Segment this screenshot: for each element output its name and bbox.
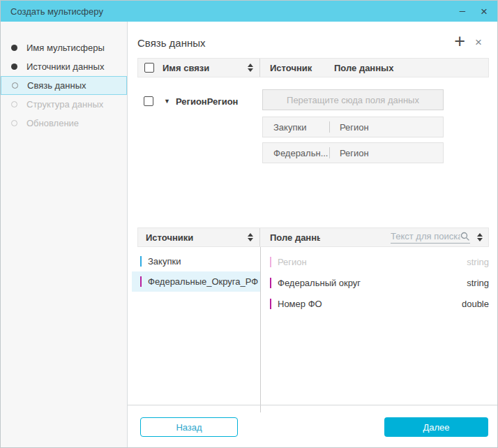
link-row-checkbox[interactable] [144,96,153,106]
window-title: Создать мультисферу [10,6,460,17]
linked-field-chip[interactable]: Закупки Регион [262,117,444,137]
chip-field: Регион [340,148,369,158]
step-label: Структура данных [27,99,103,110]
field-row-federalny-okrug[interactable]: Федеральный округ string [266,272,489,293]
next-button[interactable]: Далее [384,417,488,437]
chip-field: Регион [340,122,369,133]
panel-close-icon[interactable]: × [475,36,482,48]
sidebar-item-data-links[interactable]: Связь данных [1,76,127,95]
wizard-steps-sidebar: Имя мультисферы Источники данных Связь д… [1,22,128,447]
links-source-column-header: Источник [260,59,324,77]
source-row-zakupki[interactable]: Закупки [132,251,260,271]
sidebar-item-multisphere-name[interactable]: Имя мультисферы [1,38,127,57]
window-close-icon[interactable]: × [481,6,488,17]
chip-source: Федеральн... [273,148,329,158]
picker-table-header: Источники Поле данных [137,227,489,247]
dropzone[interactable]: Перетащите сюда поля данных [262,89,444,110]
collapse-arrow-icon[interactable]: ▼ [164,98,170,105]
column-header-sources: Источники [146,232,193,243]
column-header-data-fields: Поле данных [270,232,320,243]
sources-list: Закупки Федеральные_Округа_РФ [132,251,260,292]
field-marker-icon [270,278,271,288]
field-type: double [462,299,489,309]
links-name-column-header: Имя связи [138,59,259,77]
field-marker-icon [270,299,271,309]
field-label: Федеральный округ [278,278,361,288]
step-done-icon [11,64,17,70]
step-done-icon [11,45,17,51]
sort-icon[interactable] [477,233,483,241]
links-table-header: Имя связи Источник Поле данных [137,58,489,77]
step-pending-icon [11,101,17,107]
footer-divider [128,405,497,405]
picker-column-divider [260,247,261,412]
source-marker-icon [140,256,142,267]
column-header-link-name: Имя связи [163,63,209,73]
field-row-nomer-fo[interactable]: Номер ФО double [266,293,489,314]
window-body: Имя мультисферы Источники данных Связь д… [1,22,497,447]
step-label: Имя мультисферы [27,43,105,53]
chip-source: Закупки [273,122,329,133]
source-row-federalnye-okruga[interactable]: Федеральные_Округа_РФ [132,271,260,292]
search-icon [460,232,470,241]
step-label: Обновление [27,118,79,128]
step-label: Связь данных [27,80,86,91]
source-label: Закупки [148,256,181,267]
sidebar-item-data-sources[interactable]: Источники данных [1,57,127,76]
data-links-panel: Связь данных + × Имя связи Источник Поле… [128,22,497,447]
fields-list: Регион string Федеральный округ string Н… [266,251,489,314]
sort-icon[interactable] [248,233,253,241]
field-marker-icon [270,257,271,267]
chip-divider [329,147,330,158]
linked-field-chip[interactable]: Федеральн... Регион [262,142,444,163]
dropzone-placeholder: Перетащите сюда поля данных [287,95,419,105]
titlebar: Создать мультисферу – × [1,1,497,22]
field-search-input[interactable] [391,231,460,241]
sort-icon[interactable] [248,64,253,72]
chip-divider [329,121,330,133]
panel-title: Связь данных [137,37,206,49]
field-row-region[interactable]: Регион string [266,251,489,272]
sidebar-item-data-structure[interactable]: Структура данных [1,95,127,114]
source-marker-icon [140,276,142,287]
field-type: string [467,278,489,288]
field-label: Номер ФО [278,299,322,309]
column-header-data-field: Поле данных [334,63,393,73]
field-search-box [391,231,470,244]
add-link-icon[interactable]: + [454,32,465,51]
sidebar-item-update[interactable]: Обновление [1,114,127,133]
link-row: ▼ РегионРегион [144,91,238,111]
source-label: Федеральные_Округа_РФ [148,276,258,287]
column-header-source: Источник [270,63,312,73]
step-label: Источники данных [27,61,104,72]
fields-column-header: Поле данных [260,228,488,246]
back-button[interactable]: Назад [140,417,238,437]
links-field-column-header: Поле данных [324,59,393,77]
sources-column-header: Источники [138,228,259,246]
link-name: РегионРегион [176,96,239,107]
field-type: string [467,257,489,267]
step-current-icon [12,82,18,89]
step-pending-icon [11,120,17,126]
select-all-checkbox[interactable] [144,63,154,73]
field-label: Регион [278,257,307,267]
create-multisphere-window: Создать мультисферу – × Имя мультисферы … [0,0,498,448]
minimize-icon[interactable]: – [460,5,465,15]
